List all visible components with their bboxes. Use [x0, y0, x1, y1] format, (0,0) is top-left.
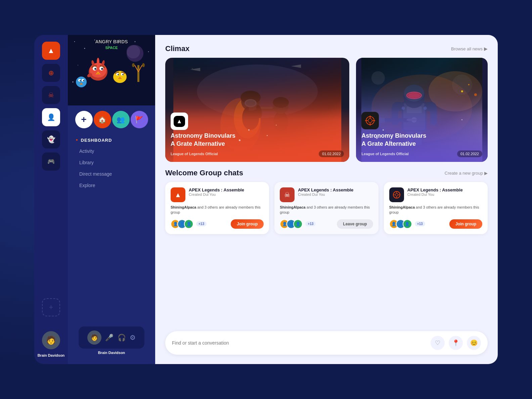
svg-point-18 [94, 68, 96, 70]
svg-point-94 [468, 84, 470, 85]
svg-point-9 [73, 82, 74, 83]
svg-point-37 [80, 80, 81, 81]
news-section-title: Climax [165, 44, 189, 53]
sidebar-user-avatar[interactable]: 🧑 [42, 331, 60, 349]
create-new-group-link[interactable]: Create a new group ▶ [445, 171, 488, 176]
group-card-3: APEX Legends : Assemble Created Dul You … [384, 182, 488, 234]
nav-item-direct-message[interactable]: Direct message [76, 171, 147, 177]
svg-text:ANGRY BIRDS: ANGRY BIRDS [95, 39, 128, 44]
svg-point-103 [395, 193, 398, 196]
arrow-right-icon-2: ▶ [484, 171, 488, 176]
card-1-game-icon: ▲ [171, 113, 188, 130]
card-1-title: Astronomy BinovularsA Grate Alternative [171, 132, 344, 148]
group-2-name: APEX Legends : Assemble [298, 187, 353, 192]
card-2-source: League of Legends Official [361, 152, 409, 156]
settings-icon[interactable]: ⚙ [130, 334, 136, 342]
card-1-footer: League of Legends Official 01.02.2022 [171, 150, 344, 157]
svg-point-95 [474, 93, 477, 96]
svg-point-38 [83, 80, 84, 81]
group-chats-title: Welcome Group chats [165, 169, 243, 177]
group-quick-btn[interactable]: 👥 [112, 111, 130, 128]
nav-item-activity[interactable]: Activity [76, 148, 147, 154]
group-card-1: ▲ APEX Legends : Assemble Created Dul Yo… [165, 182, 269, 234]
group-1-count: +13 [196, 221, 207, 226]
card-2-game-icon [361, 112, 379, 129]
sidebar-add-button[interactable]: + [42, 298, 60, 316]
add-quick-btn[interactable]: + [75, 111, 93, 128]
news-card-2-wrapper: Astronomy BinovularsA Grate Alternative … [356, 58, 488, 162]
news-card-1[interactable]: ▲ Astronomy BinovularsA Grate Alternativ… [165, 58, 349, 162]
svg-point-11 [127, 45, 140, 58]
sidebar-icon-crosshair[interactable]: ⊕ [42, 64, 60, 82]
group-chats-section: Welcome Group chats Create a new group ▶… [165, 169, 488, 324]
left-sidebar: ▲ ⊕ ☠ 👤 👻 🎮 + 🧑 Brain Davidson [34, 35, 68, 364]
group-2-avatars: 👤 👤 👤 [280, 219, 303, 229]
group-1-name: APEX Legends : Assemble [189, 187, 244, 192]
svg-point-5 [135, 41, 136, 42]
sidebar-icon-skull[interactable]: ☠ [42, 86, 60, 104]
nav-item-library[interactable]: Library [76, 160, 147, 165]
svg-point-4 [108, 45, 108, 45]
group-3-join-button[interactable]: Join group [449, 219, 482, 229]
sidebar-icon-user[interactable]: 👤 [42, 108, 60, 126]
arrow-right-icon: ▶ [484, 46, 488, 51]
heart-action-button[interactable]: ♡ [431, 336, 445, 350]
group-card-1-header: ▲ APEX Legends : Assemble Created Dul Yo… [171, 187, 264, 202]
group-1-avatars: 👤 👤 👤 [171, 219, 193, 229]
nav-user-avatar[interactable]: 🧑 [87, 330, 101, 345]
card-2-title: Astronomy BinovularsA Grate Alternative [361, 132, 482, 148]
sidebar-icon-ghost[interactable]: 👻 [42, 130, 60, 148]
group-1-info: APEX Legends : Assemble Created Dul You [189, 187, 244, 196]
headphone-icon[interactable]: 🎧 [118, 334, 126, 342]
group-3-icon [389, 187, 404, 202]
svg-point-2 [84, 48, 85, 49]
group-2-members: 👤 👤 👤 +13 Leave group [280, 219, 373, 229]
nav-section-title: DESHBOARD [76, 137, 147, 143]
group-2-info: APEX Legends : Assemble Created Dul You [298, 187, 353, 196]
group-2-desc: ShiningAlpaca and 3 others are already m… [280, 205, 373, 215]
main-content: Climax Browse all news ▶ [155, 35, 498, 364]
chat-input-field[interactable] [172, 340, 427, 346]
svg-text:SPACE: SPACE [105, 46, 118, 50]
svg-point-1 [74, 41, 75, 42]
group-3-created: Created Dul You [407, 192, 463, 196]
svg-point-8 [78, 65, 78, 65]
group-chats-header: Welcome Group chats Create a new group ▶ [165, 169, 488, 177]
group-3-avatars: 👤 👤 👤 [389, 219, 412, 229]
svg-point-32 [122, 74, 124, 75]
group-3-info: APEX Legends : Assemble Created Dul You [407, 187, 463, 196]
card-2-date: 01.02.2022 [457, 150, 482, 157]
group-1-join-button[interactable]: Join group [231, 219, 264, 229]
chat-input-bar: ♡ 📍 😊 [165, 331, 488, 355]
mic-icon[interactable]: 🎤 [105, 334, 114, 342]
group-3-count: +13 [415, 221, 425, 226]
group-2-icon: ☠ [280, 187, 295, 202]
nav-quick-actions: + 🏠 👥 🚩 [68, 105, 155, 134]
group-cards-row: ▲ APEX Legends : Assemble Created Dul Yo… [165, 182, 488, 234]
flag-quick-btn[interactable]: 🚩 [131, 111, 148, 128]
svg-rect-40 [137, 65, 139, 82]
group-2-created: Created Dul You [298, 192, 353, 196]
home-quick-btn[interactable]: 🏠 [94, 111, 111, 128]
group-3-members: 👤 👤 👤 +13 Join group [389, 219, 482, 229]
nav-menu: DESHBOARD Activity Library Direct messag… [68, 134, 155, 326]
svg-point-23 [97, 58, 99, 66]
group-card-2: ☠ APEX Legends : Assemble Created Dul Yo… [274, 182, 378, 234]
news-card-2[interactable]: Astronomy BinovularsA Grate Alternative … [356, 58, 488, 162]
location-action-button[interactable]: 📍 [449, 336, 463, 350]
group-card-3-header: APEX Legends : Assemble Created Dul You [389, 187, 482, 202]
group-2-leave-button[interactable]: Leave group [337, 219, 373, 229]
sidebar-icon-apex[interactable]: ▲ [42, 42, 60, 60]
svg-point-19 [101, 68, 103, 70]
svg-point-97 [368, 119, 372, 123]
group-card-2-header: ☠ APEX Legends : Assemble Created Dul Yo… [280, 187, 373, 202]
browse-all-news-link[interactable]: Browse all news ▶ [451, 46, 488, 51]
sidebar-username: Brain Davidson [38, 353, 65, 357]
nav-item-explore[interactable]: Explore [76, 183, 147, 188]
svg-point-34 [76, 77, 87, 87]
news-section: Climax Browse all news ▶ [165, 44, 488, 162]
card-1-date: 01.02.2022 [319, 150, 344, 157]
emoji-action-button[interactable]: 😊 [467, 336, 481, 350]
sidebar-icon-gamer[interactable]: 🎮 [42, 152, 60, 171]
member-avatar-3: 👤 [184, 219, 193, 229]
